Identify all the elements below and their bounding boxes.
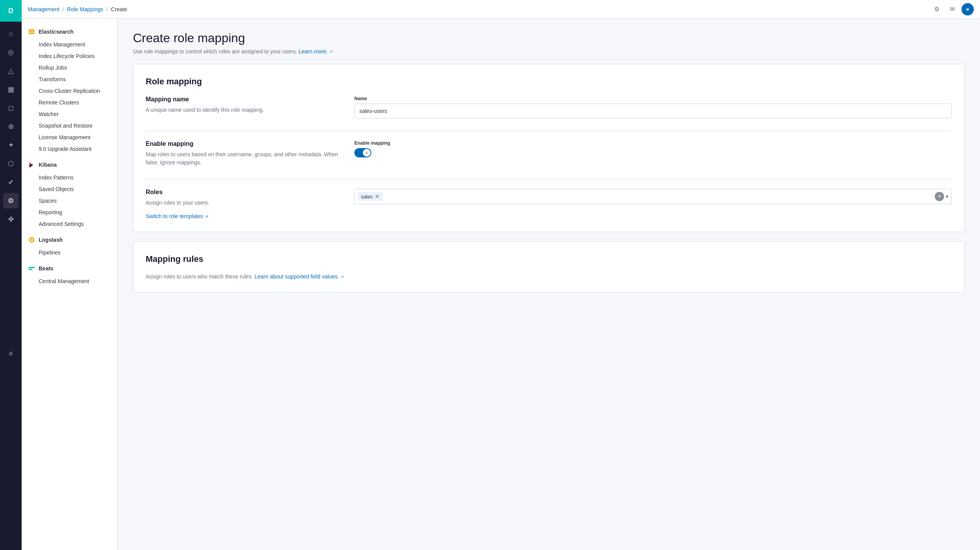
name-field-label: Name bbox=[354, 96, 952, 101]
svg-rect-1 bbox=[29, 31, 35, 32]
enable-mapping-left: Enable mapping Map roles to users based … bbox=[146, 140, 339, 167]
external-link-icon-3: ↗ bbox=[340, 275, 344, 279]
learn-more-link[interactable]: Learn more. bbox=[299, 48, 328, 55]
mail-icon[interactable]: ✉ bbox=[946, 3, 958, 15]
enable-mapping-section: Enable mapping Map roles to users based … bbox=[146, 140, 952, 167]
sidebar-section-beats: Beats Central Management bbox=[22, 261, 117, 287]
sidebar-item-advanced-settings[interactable]: Advanced Settings bbox=[22, 218, 117, 230]
kibana-icon bbox=[28, 161, 36, 169]
mapping-rules-card: Mapping rules Assign roles to users who … bbox=[133, 241, 965, 292]
enable-mapping-right: Enable mapping bbox=[354, 140, 952, 157]
breadcrumb: Management / Role Mappings / Create bbox=[28, 6, 127, 12]
mapping-name-right: Name bbox=[354, 96, 952, 118]
svg-rect-7 bbox=[29, 269, 32, 270]
sidebar-item-remote-clusters[interactable]: Remote Clusters bbox=[22, 97, 117, 108]
roles-clear-button[interactable]: ✕ bbox=[935, 192, 944, 201]
sidebar-item-license-management[interactable]: License Management bbox=[22, 132, 117, 143]
toggle-knob bbox=[363, 149, 371, 157]
svg-point-5 bbox=[31, 239, 32, 241]
elasticsearch-section-label: Elasticsearch bbox=[39, 29, 73, 35]
mapping-name-input[interactable] bbox=[354, 104, 952, 118]
enable-mapping-desc: Map roles to users based on their userna… bbox=[146, 150, 339, 167]
sidebar-item-cross-cluster-replication[interactable]: Cross-Cluster Replication bbox=[22, 85, 117, 97]
role-mapping-card: Role mapping Mapping name A unique name … bbox=[133, 64, 965, 232]
breadcrumb-management[interactable]: Management bbox=[28, 6, 60, 12]
rail-icon-home[interactable]: ⌂ bbox=[3, 26, 19, 41]
roles-chevron-icon[interactable]: ▾ bbox=[946, 193, 948, 200]
roles-left: Roles Assign roles to your users. Switch… bbox=[146, 189, 339, 219]
roles-desc: Assign roles to your users. bbox=[146, 199, 339, 207]
main-content: Create role mapping Use role mappings to… bbox=[117, 19, 980, 550]
roles-selector[interactable]: sales ✕ ✕ ▾ bbox=[354, 189, 952, 204]
page-title: Create role mapping bbox=[133, 31, 965, 45]
icon-rail: D ⌂ ◎ △ ▦ ◻ ⊕ ✦ ⬡ ✔ ⚙ ✤ ≡ bbox=[0, 0, 22, 550]
sidebar-section-header-kibana: Kibana bbox=[22, 158, 117, 172]
sidebar-item-snapshot-restore[interactable]: Snapshot and Restore bbox=[22, 120, 117, 132]
breadcrumb-sep-1: / bbox=[63, 6, 64, 12]
svg-rect-2 bbox=[29, 33, 35, 34]
mapping-rules-subtitle: Assign roles to users who match these ru… bbox=[146, 273, 952, 280]
sidebar-item-watcher[interactable]: Watcher bbox=[22, 108, 117, 120]
rail-icon-security[interactable]: ⚙ bbox=[3, 193, 19, 208]
rail-icon-discover[interactable]: ◎ bbox=[3, 44, 19, 60]
rail-icon-canvas[interactable]: ◻ bbox=[3, 100, 19, 116]
rail-icon-visualize[interactable]: △ bbox=[3, 63, 19, 79]
breadcrumb-current: Create bbox=[111, 6, 127, 12]
mapping-name-label: Mapping name bbox=[146, 96, 339, 103]
avatar[interactable]: e bbox=[961, 3, 974, 15]
sidebar-item-upgrade-assistant[interactable]: 9.0 Upgrade Assistant bbox=[22, 143, 117, 155]
roles-tag-sales: sales ✕ bbox=[358, 192, 383, 201]
enable-mapping-label: Enable mapping bbox=[146, 140, 339, 147]
sidebar-item-reporting[interactable]: Reporting bbox=[22, 207, 117, 218]
sidebar-item-rollup-jobs[interactable]: Rollup Jobs bbox=[22, 62, 117, 73]
page-subtitle: Use role mappings to control which roles… bbox=[133, 48, 965, 55]
roles-actions: ✕ ▾ bbox=[935, 192, 948, 201]
tag-label: sales bbox=[361, 194, 373, 200]
elasticsearch-icon bbox=[28, 28, 36, 36]
roles-label: Roles bbox=[146, 189, 339, 196]
mapping-rules-title: Mapping rules bbox=[146, 254, 952, 264]
sidebar-item-spaces[interactable]: Spaces bbox=[22, 195, 117, 207]
tag-remove-sales[interactable]: ✕ bbox=[375, 193, 379, 200]
sidebar-section-header-logstash: Logstash bbox=[22, 233, 117, 247]
svg-rect-0 bbox=[29, 29, 35, 31]
rail-icon-obs[interactable]: ✔ bbox=[3, 174, 19, 190]
card-title: Role mapping bbox=[146, 77, 952, 87]
gear-icon[interactable]: ⚙ bbox=[931, 3, 943, 15]
rail-icon-integrations[interactable]: ✤ bbox=[3, 212, 19, 227]
logstash-section-label: Logstash bbox=[39, 237, 63, 243]
sidebar-item-pipelines[interactable]: Pipelines bbox=[22, 247, 117, 258]
sidebar-item-transforms[interactable]: Transforms bbox=[22, 73, 117, 85]
roles-section: Roles Assign roles to your users. Switch… bbox=[146, 189, 952, 219]
enable-toggle-label: Enable mapping bbox=[354, 140, 952, 146]
supported-field-values-link[interactable]: Learn about supported field values. bbox=[255, 273, 339, 280]
sidebar-item-index-management[interactable]: Index Management bbox=[22, 39, 117, 50]
top-nav: Management / Role Mappings / Create ⚙ ✉ … bbox=[22, 0, 980, 19]
app-logo[interactable]: D bbox=[0, 0, 22, 22]
breadcrumb-role-mappings[interactable]: Role Mappings bbox=[67, 6, 103, 12]
rail-icon-ml[interactable]: ✦ bbox=[3, 137, 19, 153]
sidebar-section-kibana: Kibana Index Patterns Saved Objects Spac… bbox=[22, 158, 117, 230]
rail-icon-maps[interactable]: ⊕ bbox=[3, 119, 19, 134]
logstash-icon bbox=[28, 236, 36, 244]
sidebar-section-header-beats: Beats bbox=[22, 261, 117, 275]
sidebar: Elasticsearch Index Management Index Lif… bbox=[22, 19, 117, 550]
top-nav-right: ⚙ ✉ e bbox=[931, 3, 974, 15]
mapping-name-desc: A unique name used to identify this role… bbox=[146, 106, 339, 114]
breadcrumb-sep-2: / bbox=[106, 6, 108, 12]
sidebar-item-central-management[interactable]: Central Management bbox=[22, 275, 117, 287]
rail-icon-expand[interactable]: ≡ bbox=[3, 346, 19, 361]
rail-icon-dashboard[interactable]: ▦ bbox=[3, 82, 19, 97]
sidebar-item-saved-objects[interactable]: Saved Objects bbox=[22, 183, 117, 195]
enable-mapping-toggle[interactable] bbox=[354, 148, 371, 157]
rail-icon-graph[interactable]: ⬡ bbox=[3, 156, 19, 171]
sidebar-item-index-lifecycle-policies[interactable]: Index Lifecycle Policies bbox=[22, 50, 117, 62]
switch-to-templates-link[interactable]: Switch to role templates ↗ bbox=[146, 213, 208, 219]
kibana-section-label: Kibana bbox=[39, 162, 57, 168]
divider-2 bbox=[146, 179, 952, 179]
svg-rect-6 bbox=[29, 267, 35, 268]
sidebar-section-header-elasticsearch: Elasticsearch bbox=[22, 25, 117, 39]
external-link-icon-2: ↗ bbox=[205, 214, 208, 219]
sidebar-item-index-patterns[interactable]: Index Patterns bbox=[22, 172, 117, 183]
roles-right: sales ✕ ✕ ▾ bbox=[354, 189, 952, 204]
